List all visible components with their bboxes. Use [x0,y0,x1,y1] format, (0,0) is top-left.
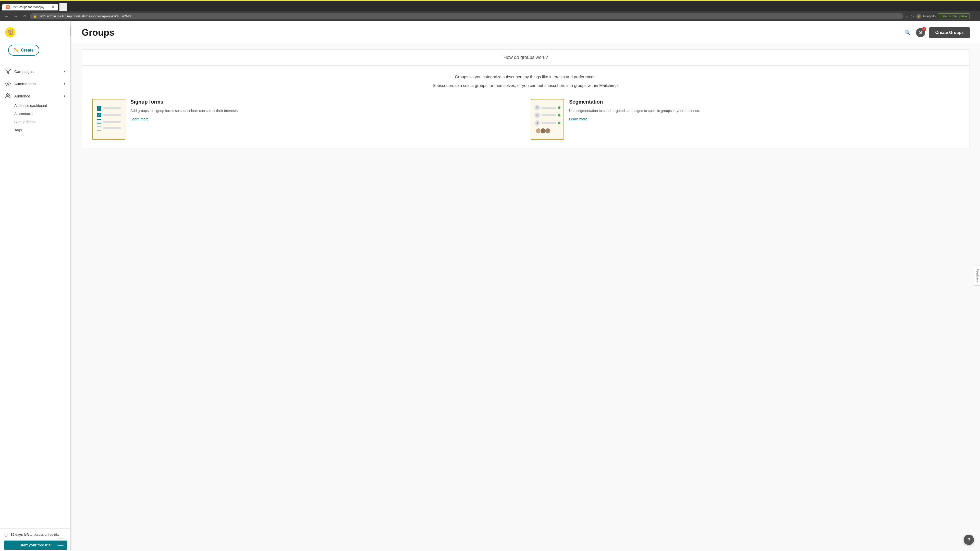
relaunch-button[interactable]: Relaunch to update [938,13,970,19]
signup-forms-card: ✓ ✓ [92,99,520,140]
sidebar-item-audience-dashboard[interactable]: Audience dashboard [14,102,71,110]
active-tab[interactable]: M List Groups for Moodjoy | Mailc... ✕ [2,4,58,11]
scroll-thumb [70,26,71,37]
main-content: Groups 🔍 S 2 Create Groups How do groups… [72,21,980,551]
address-bar[interactable] [39,14,900,18]
checkbox-row-2: ✓ [97,113,121,118]
create-btn-wrapper: ✏️ Create [0,38,71,66]
checkbox-partial [97,119,101,124]
help-button[interactable]: ? [964,535,974,545]
avatar-badge: 2 [922,27,926,31]
avatar-initial: S [919,30,922,35]
app-container: 🐒 ✏️ Create Campaigns ▼ [0,21,980,551]
new-tab-button[interactable]: + [59,3,67,11]
checkbox-line-4 [103,127,121,129]
trial-suffix: to access a free trial. [30,533,60,537]
segmentation-title: Segmentation [569,99,959,105]
checkbox-line-2 [103,114,121,116]
tab-title: List Groups for Moodjoy | Mailc... [12,5,49,9]
gear-seg-icon: ⚙ [535,120,540,126]
campaigns-nav: Campaigns ▼ [0,66,71,77]
seg-row-2: 👁 [535,113,560,118]
segmentation-illustration: 🔍 👁 [531,102,563,137]
checkbox-checked-1: ✓ [97,106,101,111]
create-groups-button[interactable]: Create Groups [929,27,970,38]
tab-bar: M List Groups for Moodjoy | Mailc... ✕ + [0,1,980,11]
svg-point-1 [6,94,8,96]
create-button[interactable]: ✏️ Create [8,44,39,56]
address-bar-wrapper[interactable]: 🔒 [30,13,904,19]
logo-area: 🐒 [0,25,71,38]
description-line1: Groups let you categorize subscribers by… [92,74,959,80]
signup-forms-description: Add groups to signup forms so subscriber… [130,108,520,114]
description-line2: Subscribers can select groups for themse… [92,83,959,89]
browser-menu-button[interactable]: ⋮ [973,14,977,19]
tab-close-btn[interactable]: ✕ [52,5,54,9]
search-button[interactable]: 🔍 [904,29,912,37]
sidebar-item-automations[interactable]: Automations ▼ [0,78,71,89]
sidebar-item-all-contacts[interactable]: All contacts [14,110,71,118]
bookmark-button[interactable]: ☆ [905,14,909,18]
checkbox-row-3 [97,119,121,124]
checkbox-checked-2: ✓ [97,113,101,118]
browser-chrome: M List Groups for Moodjoy | Mailc... ✕ +… [0,1,980,21]
forward-button[interactable]: → [12,13,19,20]
scroll-indicator [70,21,71,551]
seg-row-1: 🔍 [535,105,560,110]
incognito-badge: 🕵 Incognito [916,14,935,19]
audience-nav: Audience ▲ Audience dashboard All contac… [0,90,71,134]
signup-forms-title: Signup forms [130,99,520,105]
extensions-button[interactable]: ⬡ [911,14,914,18]
signup-illustration: ✓ ✓ [93,102,125,137]
page-title: Groups [82,27,115,38]
seg-row-3: ⚙ [535,120,560,126]
seg-dot-1 [558,106,560,109]
seg-line-2 [542,114,556,116]
audience-subnav: Audience dashboard All contacts Signup f… [0,102,71,134]
signup-forms-learn-more[interactable]: Learn more [130,117,149,121]
trial-text: 89 days left to access a free trial. [11,533,60,537]
sidebar: 🐒 ✏️ Create Campaigns ▼ [0,21,72,551]
campaigns-chevron: ▼ [63,70,66,73]
trial-days: 89 days left [11,533,29,537]
back-button[interactable]: ← [3,13,10,20]
checkbox-line-3 [103,121,121,123]
trial-icon: ⏱ [4,533,8,537]
checkbox-row-1: ✓ [97,106,121,111]
incognito-icon: 🕵 [916,14,921,19]
sidebar-item-tags[interactable]: Tags [14,126,71,134]
sidebar-item-campaigns[interactable]: Campaigns ▼ [0,66,71,77]
lock-icon: 🔒 [33,14,37,18]
sidebar-item-signup-forms[interactable]: Signup forms [14,118,71,126]
campaigns-icon [5,68,11,75]
segmentation-learn-more[interactable]: Learn more [569,117,587,121]
how-groups-header: How do groups work? [82,50,969,65]
header-actions: 🔍 S 2 Create Groups [904,27,970,38]
incognito-label: Incognito [923,14,935,18]
user-avatar[interactable]: S 2 [916,28,925,37]
seg-dot-3 [558,122,560,124]
sidebar-item-audience[interactable]: Audience ▲ [0,90,71,102]
segmentation-card: 🔍 👁 [531,99,959,140]
seg-line-3 [542,122,556,124]
seg-avatar-3 [545,128,551,134]
feedback-tab[interactable]: Feedback [974,265,980,286]
audience-label: Audience [14,94,60,98]
browser-toolbar: ← → ↻ 🔒 ☆ ⬡ 🕵 Incognito Relaunch to upda… [0,11,980,21]
checkbox-line-1 [103,107,121,110]
tab-favicon: M [6,5,10,9]
feature-cards: ✓ ✓ [92,99,959,140]
page-header: Groups 🔍 S 2 Create Groups [72,21,980,43]
toolbar-right: ☆ ⬡ 🕵 Incognito Relaunch to update ⋮ [905,13,977,19]
pencil-icon: ✏️ [14,48,19,52]
sidebar-toggle-button[interactable]: ▣ [57,538,64,546]
automations-chevron: ▼ [63,82,66,86]
seg-line-1 [542,106,556,109]
reload-button[interactable]: ↻ [21,13,28,20]
create-btn-label: Create [21,48,34,52]
automations-label: Automations [14,82,60,86]
automations-nav: Automations ▼ [0,78,71,89]
svg-point-0 [7,83,9,84]
segmentation-content: Segmentation Use segmentation to send ta… [569,99,959,121]
sidebar-scroll: 🐒 ✏️ Create Campaigns ▼ [0,21,71,528]
